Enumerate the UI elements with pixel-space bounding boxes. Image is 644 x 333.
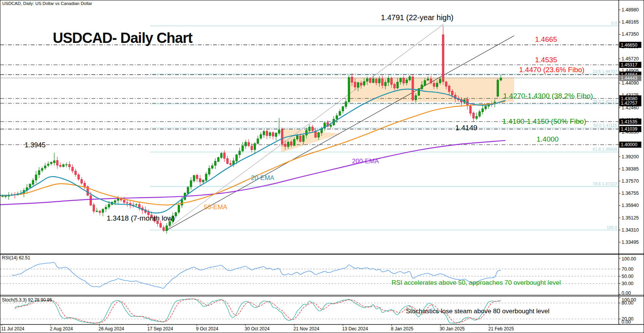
bull-candle [242, 146, 244, 151]
date-label: 26 Aug 2024 [99, 326, 125, 331]
bull-candle [2, 196, 4, 197]
svg-text:1.45317: 1.45317 [621, 62, 638, 68]
bull-candle [339, 111, 341, 115]
gray-trendline [165, 24, 444, 231]
bull-candle [336, 116, 338, 119]
bull-candle [202, 180, 204, 182]
bear-candle [126, 203, 128, 203]
bull-candle [51, 163, 52, 164]
bull-candle [178, 205, 180, 212]
bear-candle [251, 146, 253, 150]
bull-candle [96, 211, 98, 211]
bear-candle [403, 78, 405, 83]
bull-candle [427, 79, 429, 80]
bull-candle [47, 164, 49, 166]
bull-candle [400, 78, 402, 82]
bull-candle [318, 133, 320, 137]
bull-candle [136, 205, 137, 205]
bear-candle [60, 165, 62, 166]
bull-candle [63, 164, 65, 166]
bull-candle [102, 209, 104, 213]
bull-candle [330, 125, 332, 126]
rsi-tick-label: 70.00 [622, 267, 633, 272]
bear-candle [360, 83, 362, 85]
price-tick-label: 1.37570 [622, 178, 639, 184]
date-label: 2 Aug 2024 [50, 326, 73, 331]
bull-candle [212, 166, 213, 168]
bull-candle [345, 102, 347, 107]
fibo-label-23.6: 23.6 1.44707 [593, 69, 617, 74]
resistance-label-14665: 1.4665 [535, 35, 557, 44]
bull-candle [297, 136, 298, 139]
bull-candle [287, 142, 289, 147]
fibo-label-0.0: 0.0 [611, 21, 617, 25]
bear-candle [139, 204, 140, 208]
bull-candle [436, 83, 438, 87]
bull-candle [218, 158, 219, 161]
support-label-14000: 1.4000 [537, 135, 559, 144]
stoch-annotation: Stochastics lose steam above 80 overboug… [406, 308, 549, 315]
bear-candle [445, 82, 447, 86]
price-tick-label: 1.36755 [622, 191, 639, 196]
svg-text:1.46650: 1.46650 [621, 43, 638, 48]
bear-candle [430, 79, 432, 83]
bull-candle [190, 181, 192, 187]
bull-candle [236, 155, 238, 161]
price-tick-label: 1.35125 [622, 215, 639, 221]
bull-candle [32, 180, 34, 185]
bull-candle [114, 200, 116, 202]
stoch-tick-label: 0.00 [622, 319, 631, 325]
bull-candle [303, 136, 305, 142]
bull-candle [357, 82, 359, 87]
price-tick-label: 1.33495 [622, 240, 639, 245]
bull-candle [306, 130, 308, 135]
bull-candle [366, 79, 368, 81]
bear-candle [369, 79, 371, 82]
level-price-box: 1.41535 [619, 118, 641, 125]
bear-candle [391, 78, 393, 84]
bear-candle [473, 113, 475, 118]
bull-candle [485, 106, 487, 109]
fibo-label-78.6: 78.6 1.37222 [593, 181, 617, 186]
bull-candle [29, 184, 31, 188]
svg-text:1.41039: 1.41039 [621, 126, 638, 132]
rsi-tick-label: 30.00 [622, 281, 633, 286]
bull-candle [278, 130, 280, 133]
bull-candle [415, 96, 417, 100]
bull-candle [44, 166, 46, 168]
bear-candle [442, 35, 444, 82]
annotation-feb-low: 1.4149 [455, 124, 477, 132]
bull-candle [409, 77, 411, 80]
bull-candle [406, 80, 408, 83]
bear-candle [470, 106, 472, 114]
bull-candle [193, 175, 195, 181]
price-tick-label: 1.47350 [622, 32, 639, 37]
bull-candle [500, 78, 502, 80]
bull-candle [215, 161, 216, 165]
bull-candle [309, 127, 311, 131]
bull-candle [208, 168, 210, 174]
bear-candle [312, 127, 314, 131]
bear-candle [284, 144, 286, 146]
bull-candle [348, 77, 350, 102]
bull-candle [294, 139, 295, 145]
bear-candle [99, 211, 101, 213]
bear-candle [376, 79, 377, 83]
date-label: 8 Jan 2025 [391, 326, 414, 331]
bear-candle [266, 131, 268, 136]
ema-20-line [0, 89, 505, 213]
bear-candle [75, 171, 77, 175]
level-price-box: 1.46650 [619, 42, 641, 48]
bull-candle [385, 82, 387, 86]
svg-text:1.44443: 1.44443 [621, 76, 638, 81]
bear-candle [230, 163, 232, 164]
bull-candle [397, 82, 399, 88]
bull-candle [54, 161, 55, 163]
fibo-label-100.0: 100.0 [606, 225, 617, 230]
bull-candle [342, 107, 344, 111]
price-tick-label: 1.45720 [622, 56, 639, 62]
bear-candle [72, 167, 74, 171]
resistance-label-14535: 1.4535 [535, 56, 557, 64]
time-axis: 11 Jul 20242 Aug 202426 Aug 202417 Sep 2… [1, 324, 514, 331]
bear-candle [351, 77, 353, 82]
